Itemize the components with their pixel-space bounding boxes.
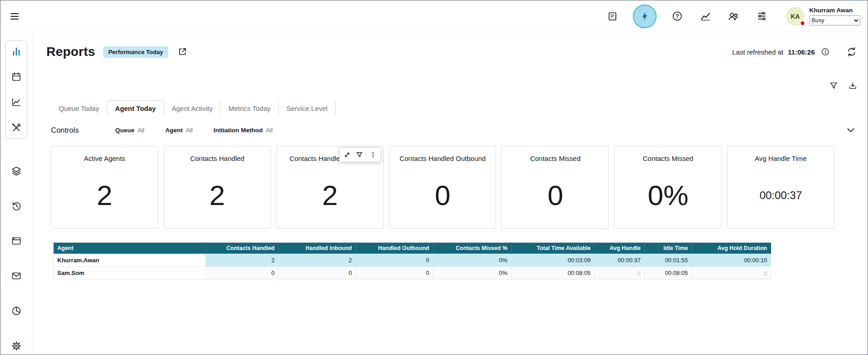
help-icon[interactable]: ? xyxy=(669,9,685,24)
funnel-icon[interactable] xyxy=(828,80,839,91)
controls-row: Controls QueueAll AgentAll Initiation Me… xyxy=(51,121,858,139)
table-cell: 0% xyxy=(433,267,512,280)
table-cell-agent: Sam.Som xyxy=(54,267,206,280)
main-content: Reports Performance Today Last refreshed… xyxy=(33,32,868,355)
table-header-contacts-handled[interactable]: Contacts Handled xyxy=(206,243,279,254)
filter-queue[interactable]: QueueAll xyxy=(115,127,144,134)
card-contacts-handled: Contacts Handled 2 xyxy=(164,146,271,229)
table-cell: 00:08:05 xyxy=(645,267,692,280)
card-contacts-missed: Contacts Missed 0 xyxy=(502,146,609,229)
tab-service-level[interactable]: Service Level xyxy=(279,100,336,116)
window-icon[interactable] xyxy=(10,235,23,247)
line-chart-icon[interactable] xyxy=(10,96,23,108)
table-header-avg-handle[interactable]: Avg Handle xyxy=(595,243,645,254)
table-header-contacts-missed-pct[interactable]: Contacts Missed % xyxy=(433,243,512,254)
toolbar-divider xyxy=(366,151,366,159)
table-header-total-time-available[interactable]: Total Time Available xyxy=(512,243,595,254)
user-info: Khurram Awan Busy xyxy=(809,7,860,25)
table-header-handled-outbound[interactable]: Handled Outbound xyxy=(356,243,433,254)
refresh-icon[interactable] xyxy=(844,44,859,60)
pie-chart-icon[interactable] xyxy=(10,305,23,317)
status-select[interactable]: Busy xyxy=(809,15,860,25)
card-contacts-missed-pct: Contacts Missed 0% xyxy=(614,146,722,229)
external-link-icon[interactable] xyxy=(175,44,190,60)
tab-agent-today[interactable]: Agent Today xyxy=(107,100,164,116)
tab-agent-activity[interactable]: Agent Activity xyxy=(164,100,221,116)
table-cell: 0 xyxy=(206,267,279,280)
metrics-icon[interactable] xyxy=(697,9,713,24)
table-cell: 0% xyxy=(433,254,512,267)
bar-chart-icon[interactable] xyxy=(10,45,23,57)
table-cell: 00:00:10 xyxy=(692,254,771,267)
avatar[interactable]: KA xyxy=(786,7,805,26)
page-header: Reports Performance Today Last refreshed… xyxy=(46,44,859,60)
kebab-icon[interactable] xyxy=(367,149,379,160)
table-cell: 2 xyxy=(279,254,356,267)
tab-queue-today[interactable]: Queue Today xyxy=(51,100,107,116)
report-badge: Performance Today xyxy=(103,46,168,58)
table-row[interactable]: Khurram.Awan 2 2 0 0% 00:03:09 00:00:37 … xyxy=(54,254,771,267)
card-active-agents: Active Agents 2 xyxy=(51,146,158,229)
table-cell: :: xyxy=(692,267,771,280)
filters: QueueAll AgentAll Initiation MethodAll xyxy=(115,127,272,134)
hamburger-icon[interactable] xyxy=(7,9,22,24)
tools-icon[interactable] xyxy=(10,122,23,134)
metric-value: 0% xyxy=(647,181,688,210)
svg-text:?: ? xyxy=(675,13,678,20)
table-cell: 00:03:09 xyxy=(512,254,595,267)
last-refreshed-time: 11:06:26 xyxy=(788,48,815,56)
tab-metrics-today[interactable]: Metrics Today xyxy=(221,100,279,116)
chevron-down-icon[interactable] xyxy=(843,122,858,138)
filter-initiation-method[interactable]: Initiation MethodAll xyxy=(214,127,273,134)
table-cell: 00:00:37 xyxy=(595,254,645,267)
user-name: Khurram Awan xyxy=(809,7,853,14)
table-cell: 00:01:55 xyxy=(645,254,692,267)
table-cell: 00:08:05 xyxy=(512,267,595,280)
users-icon[interactable] xyxy=(726,9,741,24)
table-cell: 0 xyxy=(356,267,433,280)
filter-agent[interactable]: AgentAll xyxy=(165,127,192,134)
history-icon[interactable] xyxy=(10,200,23,212)
topbar-icon-cluster: ? xyxy=(605,5,769,28)
widget-hover-toolbar xyxy=(339,147,381,162)
last-refreshed-label: Last refreshed at xyxy=(732,48,783,56)
metric-value: 0 xyxy=(547,181,563,210)
metric-value: 2 xyxy=(97,181,112,210)
metric-value: 00:00:37 xyxy=(759,190,802,201)
report-tabs: Queue Today Agent Today Agent Activity M… xyxy=(51,100,859,116)
sliders-icon[interactable] xyxy=(754,9,769,24)
table-header-row: Agent Contacts Handled Handled Inbound H… xyxy=(54,243,771,254)
table-row[interactable]: Sam.Som 0 0 0 0% 00:08:05 :: 00:08:05 :: xyxy=(54,267,771,280)
sidebar-group-bottom xyxy=(10,165,23,352)
notepad-icon[interactable] xyxy=(605,9,620,24)
calendar-icon[interactable] xyxy=(10,71,23,83)
table-header-agent[interactable]: Agent xyxy=(54,243,206,254)
sidebar xyxy=(0,32,33,355)
layers-icon[interactable] xyxy=(10,165,23,177)
table-header-handled-inbound[interactable]: Handled Inbound xyxy=(279,243,356,254)
mail-icon[interactable] xyxy=(10,270,23,282)
info-icon[interactable] xyxy=(819,46,831,58)
metric-value: 0 xyxy=(435,181,450,210)
download-icon[interactable] xyxy=(847,80,858,91)
metric-value: 2 xyxy=(322,181,337,210)
metric-value: 2 xyxy=(210,181,225,210)
widget-funnel-icon[interactable] xyxy=(354,149,365,160)
table-header-avg-hold-duration[interactable]: Avg Hold Duration xyxy=(692,243,771,254)
table-cell: :: xyxy=(595,267,645,280)
card-contacts-handled-outbound: Contacts Handled Outbound 0 xyxy=(389,146,497,229)
table-cell: 0 xyxy=(279,267,356,280)
page-title: Reports xyxy=(46,45,95,59)
table-cell-agent: Khurram.Awan xyxy=(54,254,206,267)
expand-icon[interactable] xyxy=(341,149,353,160)
lightning-icon[interactable] xyxy=(633,5,657,28)
controls-title: Controls xyxy=(51,126,79,135)
card-avg-handle-time: Avg Handle Time 00:00:37 xyxy=(727,146,834,229)
refresh-info: Last refreshed at 11:06:26 xyxy=(732,44,859,60)
gear-icon[interactable] xyxy=(10,340,23,352)
table-header-idle-time[interactable]: Idle Time xyxy=(645,243,692,254)
agent-table: Agent Contacts Handled Handled Inbound H… xyxy=(53,242,771,280)
report-toolbar xyxy=(46,80,859,91)
table-cell: 2 xyxy=(206,254,279,267)
top-bar: ? KA Khurram Awan Busy xyxy=(0,0,868,32)
